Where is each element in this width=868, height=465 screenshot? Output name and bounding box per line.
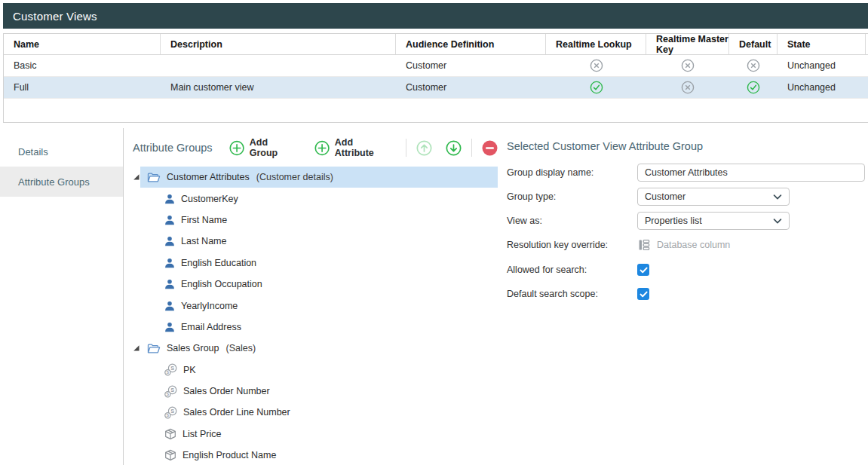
realtime-lookup-status [546, 81, 646, 94]
cube-icon [164, 449, 176, 461]
tree-item-attribute[interactable]: English Education [124, 252, 498, 274]
tab-attribute-groups[interactable]: Attribute Groups [0, 167, 123, 197]
column-header-default[interactable]: Default [729, 34, 778, 54]
cube-icon [164, 428, 176, 440]
attribute-tree: Customer Attributes (Customer details) C… [124, 167, 498, 465]
coins-icon [164, 385, 177, 398]
column-header-name[interactable]: Name [4, 34, 161, 54]
move-up-button[interactable] [416, 140, 432, 156]
group-type-label: Group type: [507, 191, 637, 202]
form-row: Group display name: [507, 164, 865, 182]
customer-views-table: Name Description Audience Definition Rea… [3, 33, 868, 123]
x-circle-icon [681, 81, 695, 94]
column-header-audience-definition[interactable]: Audience Definition [396, 34, 546, 54]
coins-icon [164, 406, 177, 419]
person-icon [164, 215, 175, 225]
cell-audience-definition: Customer [396, 82, 546, 93]
default-status [729, 81, 778, 94]
attribute-groups-title: Attribute Groups [133, 142, 213, 154]
tree-item-attribute[interactable]: English Product Name [124, 445, 498, 465]
form-row: View as: Properties list [507, 212, 790, 230]
move-down-button[interactable] [446, 140, 462, 156]
toolbar-separator [471, 139, 472, 157]
app-window: Customer Views Name Description Audience… [0, 0, 868, 465]
coins-icon [164, 363, 177, 376]
tree-item-attribute[interactable]: English Occupation [124, 274, 498, 295]
table-header-row: Name Description Audience Definition Rea… [4, 34, 868, 55]
group-display-name-field[interactable] [637, 164, 865, 182]
default-search-scope-checkbox[interactable] [637, 288, 649, 300]
person-icon [164, 322, 175, 332]
tree-item-attribute[interactable]: YearlyIncome [124, 295, 498, 316]
side-tab-list: Details Attribute Groups [0, 128, 124, 465]
column-header-realtime-master-key[interactable]: Realtime Master Key [646, 34, 729, 54]
tree-item-group[interactable]: Customer Attributes (Customer details) [124, 167, 498, 188]
toolbar-separator [406, 139, 406, 157]
form-row: Default search scope: [507, 285, 649, 303]
default-status [729, 59, 778, 72]
tree-item-attribute[interactable]: PK [124, 359, 498, 381]
cell-name: Basic [4, 60, 161, 71]
attribute-groups-toolbar: Attribute Groups Add Group Add Attribute [133, 133, 498, 162]
group-type-select[interactable]: Customer [637, 188, 790, 206]
tree-item-attribute[interactable]: Sales Order Line Number [124, 402, 498, 423]
cell-name: Full [4, 82, 161, 93]
table-row[interactable]: Basic Customer Unchanged [4, 55, 868, 77]
resolution-key-override-picker[interactable]: Database column [637, 238, 730, 252]
selected-group-title: Selected Customer View Attribute Group [507, 140, 703, 152]
plus-circle-icon [229, 140, 244, 156]
cell-description: Main customer view [161, 82, 396, 93]
x-circle-icon [681, 59, 695, 72]
chevron-down-icon [773, 194, 782, 200]
check-icon [639, 267, 648, 274]
tree-item-group[interactable]: Sales Group (Sales) [124, 338, 498, 359]
add-group-button[interactable]: Add Group [229, 137, 297, 158]
arrow-up-circle-icon [416, 140, 432, 156]
cell-state: Unchanged [778, 82, 866, 93]
tree-item-attribute[interactable]: CustomerKey [124, 188, 498, 209]
table-row[interactable]: Full Main customer view Customer Unchang… [4, 77, 868, 99]
form-row: Resolution key override: Database column [507, 236, 730, 254]
database-column-icon [637, 238, 651, 252]
form-row: Group type: Customer [507, 188, 790, 206]
tree-item-attribute[interactable]: Sales Order Number [124, 381, 498, 402]
tab-details[interactable]: Details [0, 136, 123, 167]
tree-item-attribute[interactable]: Email Address [124, 317, 498, 338]
column-header-description[interactable]: Description [161, 34, 396, 54]
expanded-triangle-icon[interactable] [133, 173, 140, 181]
person-icon [164, 279, 175, 289]
default-search-scope-label: Default search scope: [507, 289, 637, 299]
check-circle-icon [590, 81, 603, 94]
add-attribute-button[interactable]: Add Attribute [314, 137, 393, 158]
minus-circle-icon [482, 140, 498, 156]
check-icon [639, 291, 648, 298]
person-icon [164, 301, 175, 311]
resolution-key-override-label: Resolution key override: [507, 240, 637, 250]
person-icon [164, 258, 175, 268]
x-circle-icon [590, 59, 603, 72]
tree-item-attribute[interactable]: List Price [124, 424, 498, 445]
allowed-for-search-checkbox[interactable] [637, 264, 649, 276]
column-header-state[interactable]: State [778, 34, 866, 54]
view-as-select[interactable]: Properties list [637, 212, 790, 230]
check-circle-icon [747, 81, 760, 94]
x-circle-icon [747, 59, 760, 72]
arrow-down-circle-icon [446, 140, 462, 156]
expanded-triangle-icon[interactable] [133, 344, 140, 352]
chevron-down-icon [773, 219, 782, 224]
allowed-for-search-label: Allowed for search: [507, 265, 637, 275]
realtime-master-key-status [646, 59, 729, 72]
remove-button[interactable] [482, 140, 498, 156]
attribute-groups-panel: Attribute Groups Add Group Add Attribute [124, 128, 498, 465]
tree-item-attribute[interactable]: Last Name [124, 231, 498, 252]
detail-area: Details Attribute Groups Attribute Group… [0, 128, 868, 465]
plus-circle-icon [314, 140, 330, 156]
cell-audience-definition: Customer [396, 60, 546, 71]
column-header-realtime-lookup[interactable]: Realtime Lookup [546, 34, 646, 54]
tree-item-attribute[interactable]: First Name [124, 210, 498, 231]
form-row: Allowed for search: [507, 261, 649, 279]
page-title: Customer Views [13, 10, 97, 23]
cell-state: Unchanged [778, 60, 866, 71]
realtime-lookup-status [546, 59, 646, 72]
realtime-master-key-status [646, 81, 729, 94]
